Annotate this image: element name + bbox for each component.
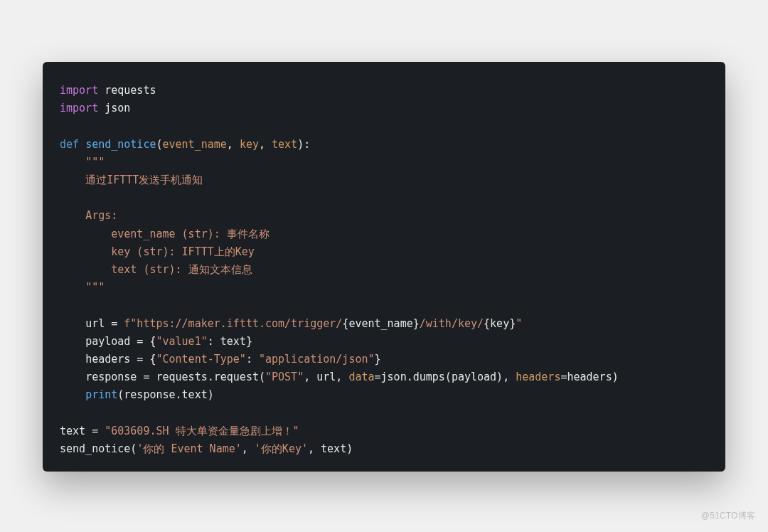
code-block: import requests import json def send_not… xyxy=(60,82,708,458)
param: key xyxy=(240,138,259,151)
docstring-line: 通过IFTTT发送手机通知 xyxy=(85,174,203,186)
docstring-close: """ xyxy=(85,281,105,294)
code-text: headers = { xyxy=(85,353,156,366)
function-name: send_notice xyxy=(85,138,156,151)
docstring-line: key (str): IFTTT上的Key xyxy=(111,245,255,258)
code-text: send_notice( xyxy=(60,442,137,455)
code-text: response = requests.request( xyxy=(85,371,265,383)
docstring-line: Args: xyxy=(85,209,117,222)
docstring-line: event_name (str): 事件名称 xyxy=(111,228,270,240)
keyword-import: import xyxy=(60,84,98,97)
watermark-text: @51CTO博客 xyxy=(701,510,755,522)
param: text xyxy=(272,138,297,151)
module-name: json xyxy=(105,102,130,115)
docstring-line: text (str): 通知文本信息 xyxy=(111,263,252,276)
param: event_name xyxy=(163,138,227,151)
module-name: requests xyxy=(105,84,156,97)
keyword-def: def xyxy=(60,138,79,151)
code-card: import requests import json def send_not… xyxy=(43,62,725,472)
code-text: payload = { xyxy=(85,335,156,348)
docstring-open: """ xyxy=(85,156,105,169)
builtin-print: print xyxy=(85,388,117,401)
keyword-import: import xyxy=(60,102,98,115)
code-text: text = xyxy=(60,425,105,437)
code-text: url = xyxy=(85,317,124,330)
